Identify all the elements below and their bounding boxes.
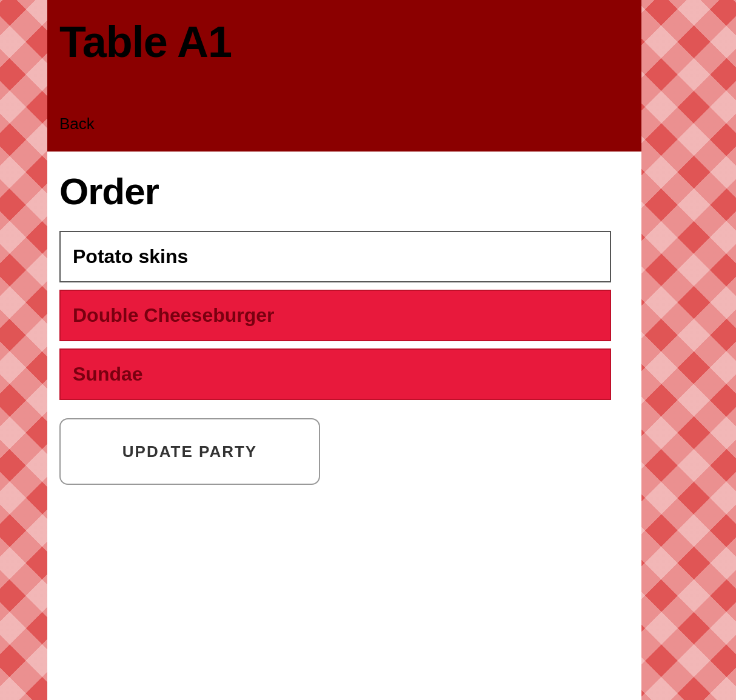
back-button[interactable]: Back [59,115,629,139]
item-label: Double Cheeseburger [73,304,275,326]
list-item[interactable]: Potato skins [59,231,611,282]
page-title: Table A1 [59,18,629,66]
list-item[interactable]: Double Cheeseburger [59,290,611,341]
item-label: Potato skins [73,245,188,267]
update-party-button[interactable]: UPDATE PARTY [59,418,320,485]
order-section-title: Order [59,170,629,213]
list-item[interactable]: Sundae [59,348,611,400]
header: Table A1 Back [47,0,641,152]
order-items-list: Potato skins Double Cheeseburger Sundae [59,231,629,407]
main-container: Table A1 Back Order Potato skins Double … [47,0,641,700]
item-label: Sundae [73,363,143,385]
content-area: Order Potato skins Double Cheeseburger S… [47,152,641,503]
